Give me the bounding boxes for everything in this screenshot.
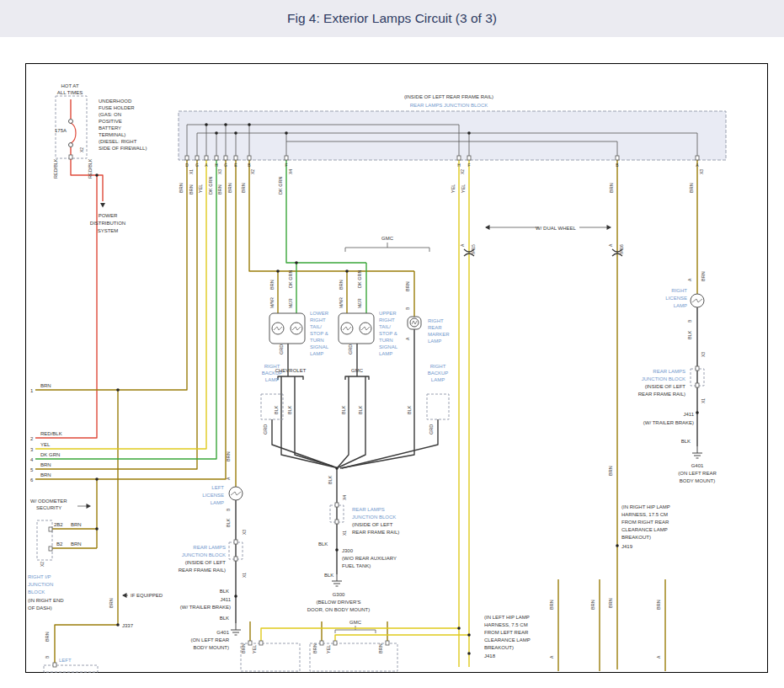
label-brn-207: BRN (656, 600, 661, 610)
label-j337-142: J337 (122, 623, 134, 628)
connector-pin-7 (285, 156, 288, 160)
label-hot-at-0: HOT AT (61, 83, 78, 88)
junction-dot-22 (467, 131, 471, 135)
label-junction-block-155: JUNCTION BLOCK (182, 552, 226, 557)
connector-pin-16 (234, 557, 237, 561)
label-dk-grn-56: DK GRN (288, 270, 293, 288)
label-brn-202: BRN (312, 643, 317, 653)
junction-dot-17 (224, 123, 227, 126)
connector-pin-4 (224, 156, 227, 160)
label-yel-46: YEL (461, 184, 466, 193)
label-g300-113: G300 (333, 592, 345, 597)
label-signal-64: SIGNAL (310, 344, 329, 349)
label-brn-41: BRN (217, 184, 222, 195)
label-h-22: H (215, 163, 218, 168)
label-x4-102: X4 (342, 495, 347, 500)
connector-pin-15 (234, 540, 237, 544)
label-x1-107: X1 (342, 531, 347, 536)
label-marker-83: MARKER (428, 332, 450, 337)
label-lamp-65: LAMP (310, 351, 323, 356)
junction-dot-8 (335, 548, 339, 552)
label-2b2-130: 2B2 (54, 522, 63, 527)
junction-dot-1 (95, 477, 99, 481)
label-tail-61: TAIL/ (310, 324, 322, 329)
junction-dot-2 (95, 527, 99, 531)
label-blk-101: BLK (328, 475, 333, 484)
label-x2-134: X2 (40, 562, 45, 567)
label-brn-133: BRN (71, 541, 82, 547)
label-brn-55: BRN (269, 280, 275, 290)
label-right-60: RIGHT (310, 317, 326, 323)
label-junction-block-104: JUNCTION BLOCK (352, 515, 396, 520)
junction-dot-6 (345, 269, 349, 273)
label-x3-153: X3 (242, 530, 247, 535)
label-turn-63: TURN (310, 338, 324, 343)
label-rear-frame-rail-157: REAR FRAME RAIL) (179, 568, 226, 573)
connector-pin-11 (696, 156, 699, 160)
label-right-81: RIGHT (428, 318, 444, 323)
connector-pin-5 (234, 156, 237, 160)
connector-pin-23 (320, 641, 323, 645)
wiring-diagram: HOT ATALL TIMES175AX2UNDERHOODFUSE HOLDE… (0, 0, 784, 688)
connector-pin-20 (335, 520, 339, 524)
junction-dot-18 (248, 123, 251, 126)
label-yel-201: YEL (252, 645, 257, 653)
junction-dot-19 (215, 131, 218, 135)
junction-dot-12 (467, 652, 471, 655)
label-stop-74: STOP & (379, 331, 397, 336)
label-brn-67: BRN (339, 280, 344, 290)
label-upper-71: UPPER (379, 311, 397, 316)
label-diesel-right-10: (DIESEL: RIGHT (99, 139, 137, 144)
label-from-left-rear-195: FROM LEFT REAR (484, 630, 529, 635)
connector-pin-19 (335, 503, 339, 507)
label-grd-78: GRD (348, 344, 353, 355)
label-on-left-rear-183: (ON LEFT REAR (678, 471, 717, 476)
label-blk-152: BLK (226, 518, 231, 527)
label-breakout-197: BREAKOUT) (484, 645, 514, 650)
label-below-driver-s-114: (BELOW DRIVER'S (316, 600, 360, 605)
junction-dot-14 (467, 633, 471, 637)
label-blk-159: BLK (220, 589, 229, 594)
label-x4-34: X4 (288, 169, 293, 174)
junction-dot-9 (234, 595, 237, 598)
label-x1-158: X1 (242, 573, 247, 578)
label-w-odometer-128: W/ ODOMETER (30, 499, 67, 504)
label-x2-35: X2 (460, 169, 465, 174)
label-lamp-150: LAMP (211, 500, 224, 505)
label-blk-95: BLK (287, 405, 292, 414)
label-if-equipped-140: IF EQUIPPED (131, 593, 163, 598)
label-gmc-93: GMC (351, 368, 364, 373)
label-lower-59: LOWER (310, 311, 329, 316)
label-lamp-77: LAMP (379, 351, 392, 356)
junction-dot-5 (276, 269, 280, 273)
label-in-right-end-138: (IN RIGHT END (28, 598, 64, 603)
connector-pin-17 (696, 366, 699, 371)
label-lamp-91: LAMP (431, 377, 445, 382)
label-side-of-firewall-11: SIDE OF FIREWALL) (99, 146, 147, 151)
label-fuse-holder-5: FUSE HOLDER (99, 105, 135, 110)
label-lamp-88: LAMP (265, 377, 279, 382)
label-rear-lamps-103: REAR LAMPS (352, 507, 385, 512)
label-f-26: F (285, 163, 287, 168)
label-brn-191: BRN (608, 466, 613, 476)
label-lamp-84: LAMP (428, 339, 441, 344)
label-j300-109: J300 (342, 548, 354, 553)
label-rear-lamps-174: REAR LAMPS (653, 369, 685, 374)
label-blk-172: BLK (687, 330, 692, 339)
label-b2-132: B2 (56, 541, 63, 547)
connector-pin-21 (248, 641, 252, 645)
label-brn-141: BRN (109, 598, 114, 608)
junction-dot-15 (335, 467, 339, 470)
label-w-trailer-brake-180: (W/ TRAILER BRAKE) (643, 420, 694, 425)
label-h-27: H (457, 163, 461, 168)
label-j411-179: J411 (683, 412, 694, 417)
label-battery-8: BATTERY (99, 125, 121, 131)
label-underhood-4: UNDERHOOD (99, 99, 132, 104)
connector-pin-1 (195, 156, 199, 160)
label-brn-79: BRN (405, 281, 410, 291)
label-right-89: RIGHT (430, 364, 446, 369)
label-grd-99: GRD (263, 424, 268, 435)
label-system-16: SYSTEM (98, 228, 119, 233)
label-blk-94: BLK (274, 405, 279, 414)
label-blk-96: BLK (341, 405, 346, 414)
